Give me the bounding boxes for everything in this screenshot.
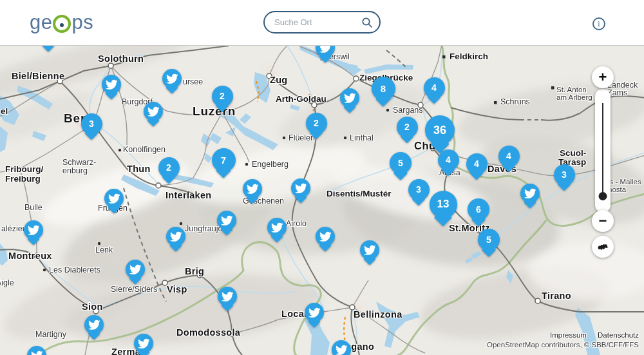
cluster-pin[interactable]: 2	[397, 117, 418, 138]
zoom-slider[interactable]	[595, 89, 611, 213]
cluster-count: 2	[220, 91, 225, 101]
twitter-pin[interactable]	[166, 227, 185, 246]
cluster-pin[interactable]: 3	[554, 164, 575, 186]
twitter-pin[interactable]	[267, 218, 287, 237]
map-label: St. Anton	[556, 86, 587, 93]
map-label: Bellinzona	[354, 309, 402, 320]
twitter-pin[interactable]	[162, 69, 182, 88]
twitter-icon	[291, 178, 310, 198]
twitter-icon	[218, 287, 237, 306]
cluster-pin[interactable]: 6	[468, 198, 489, 220]
attribution: Impressum Datenschutz OpenStreetMap cont…	[487, 331, 639, 349]
cluster-pin[interactable]: 4	[498, 146, 520, 167]
search-icon[interactable]	[361, 17, 373, 28]
twitter-pin[interactable]	[102, 75, 121, 94]
cluster-pin[interactable]: 2	[158, 157, 180, 178]
cluster-count: 4	[446, 155, 451, 165]
map-label: Schwarz-	[62, 158, 96, 167]
map-label: Thun	[127, 164, 151, 174]
map-label: Les Diablerets	[49, 265, 100, 274]
cluster-pin[interactable]: 36	[425, 115, 455, 145]
map-label: Bulle	[24, 203, 43, 212]
cluster-pin[interactable]: 5	[478, 229, 500, 251]
cluster-pin[interactable]: 13	[430, 191, 457, 218]
map-label: Lenk	[95, 245, 113, 254]
map-label: Luzern	[193, 104, 236, 119]
twitter-icon	[520, 184, 540, 203]
logo-o-icon	[53, 15, 71, 33]
twitter-pin[interactable]	[316, 227, 335, 246]
twitter-icon	[126, 260, 145, 279]
twitter-pin[interactable]	[340, 88, 359, 108]
map-label: Konolfingen	[123, 145, 166, 154]
map-label: Martigny	[35, 330, 66, 339]
cluster-count: 3	[562, 169, 567, 180]
cluster-pin[interactable]: 2	[306, 113, 327, 134]
twitter-pin[interactable]	[316, 45, 335, 57]
twitter-icon	[243, 179, 262, 198]
map-label: ls - Malles	[608, 178, 641, 186]
twitter-pin[interactable]	[243, 179, 262, 198]
datenschutz-link[interactable]: Datenschutz	[598, 331, 639, 339]
twitter-pin[interactable]	[520, 184, 540, 203]
twitter-pin[interactable]	[144, 102, 163, 121]
map-label: Zug	[270, 75, 287, 85]
twitter-icon	[27, 346, 46, 355]
twitter-pin[interactable]	[218, 287, 237, 306]
cluster-count: 5	[398, 158, 403, 168]
search-input[interactable]	[273, 17, 361, 28]
cluster-pin[interactable]: 8	[372, 77, 395, 101]
cluster-count: 4	[506, 151, 511, 161]
zoom-slider-handle[interactable]	[599, 192, 607, 200]
swiss-extent-button[interactable]	[592, 236, 614, 258]
cluster-pin[interactable]: 2	[212, 86, 233, 107]
cluster-pin[interactable]: 7	[212, 148, 236, 172]
zoom-in-button[interactable]: +	[592, 66, 614, 88]
twitter-icon	[305, 303, 324, 322]
map-canvas[interactable]: Biel/BienneSolothurnBernBurgdorfKonolfin…	[0, 45, 644, 355]
cluster-pin[interactable]: 3	[81, 113, 102, 135]
map-label: Interlaken	[166, 190, 212, 200]
map-label: enburg	[62, 166, 88, 175]
impressum-link[interactable]: Impressum	[550, 331, 587, 339]
twitter-icon	[84, 315, 104, 334]
search-box[interactable]	[263, 11, 381, 34]
twitter-pin[interactable]	[291, 178, 310, 198]
twitter-pin[interactable]	[104, 189, 124, 208]
cluster-pin[interactable]: 3	[408, 179, 430, 200]
map-label: ursee	[183, 77, 203, 86]
map-label: Tirano	[542, 291, 571, 301]
twitter-pin[interactable]	[217, 211, 236, 230]
zoom-out-button[interactable]: −	[592, 210, 614, 232]
info-button[interactable]: i	[592, 17, 605, 30]
twitter-icon	[267, 218, 287, 237]
logo-text-post: ps	[71, 11, 93, 34]
map-label: Montreux	[8, 251, 52, 261]
map-label: Sion	[82, 302, 103, 312]
map-label: Arth-Goldau	[276, 94, 327, 104]
map-label: am Arlberg	[556, 93, 592, 101]
map-label: nosta	[608, 186, 626, 193]
twitter-pin[interactable]	[84, 315, 104, 334]
cluster-count: 4	[431, 82, 437, 93]
cluster-pin[interactable]: 4	[424, 77, 445, 99]
twitter-pin[interactable]	[134, 334, 153, 353]
twitter-pin[interactable]	[305, 303, 324, 322]
map-label: Brig	[185, 266, 204, 276]
cluster-count: 2	[166, 162, 171, 173]
cluster-count: 3	[416, 184, 421, 195]
map-label: Disentis/Mustér	[327, 189, 392, 198]
map-label: Linthal	[350, 133, 374, 142]
cluster-pin[interactable]: 5	[390, 152, 412, 174]
twitter-pin[interactable]	[360, 240, 379, 260]
map-label: Sierre/Siders	[111, 285, 157, 294]
twitter-pin[interactable]	[27, 346, 46, 355]
twitter-pin[interactable]	[24, 220, 43, 240]
cluster-pin[interactable]: 4	[438, 149, 459, 171]
twitter-pin[interactable]	[126, 260, 145, 279]
info-icon: i	[598, 19, 600, 29]
cluster-pin[interactable]: 4	[466, 153, 488, 175]
cluster-count: 7	[221, 155, 226, 166]
twitter-pin[interactable]	[332, 340, 351, 355]
twitter-icon	[217, 211, 236, 230]
